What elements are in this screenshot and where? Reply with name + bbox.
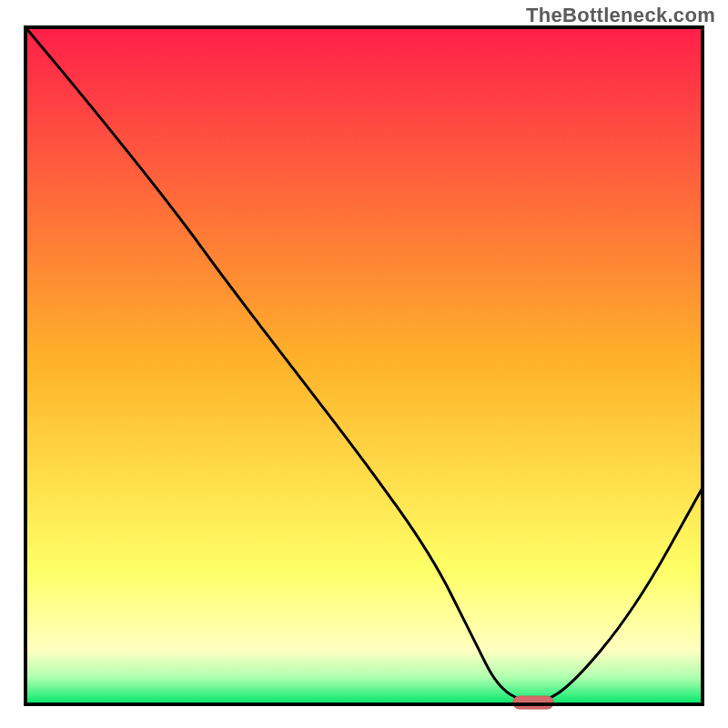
plot-area bbox=[25, 27, 703, 704]
chart-container: TheBottleneck.com bbox=[0, 0, 728, 728]
bottleneck-chart bbox=[0, 0, 728, 728]
